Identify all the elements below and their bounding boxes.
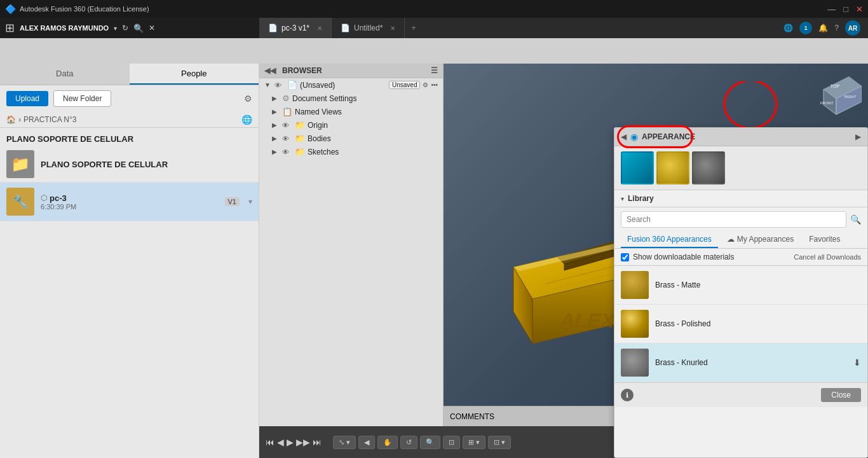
look-at-btn[interactable]: ◀: [358, 436, 375, 449]
play-last-btn[interactable]: ⏭: [313, 437, 322, 447]
home-icon[interactable]: 🏠: [6, 115, 16, 124]
browser-title: BROWSER: [282, 66, 322, 75]
close-button[interactable]: Close: [821, 388, 861, 402]
swatch-teal[interactable]: [621, 151, 654, 184]
appearance-library-tabs: Fusion 360 Appearances ☁ My Appearances …: [614, 232, 867, 249]
tab-pc3-close[interactable]: ✕: [317, 25, 322, 32]
eye-icon[interactable]: 👁: [282, 121, 292, 129]
breadcrumb-project[interactable]: PRACTICA N°3: [24, 115, 76, 124]
panel-settings-icon[interactable]: ⚙: [244, 94, 252, 104]
nav-icon-bell[interactable]: 🔔: [818, 24, 828, 32]
tree-item-named-views[interactable]: ▶ 📋 Named Views: [259, 105, 443, 118]
appearance-search-input[interactable]: [621, 211, 846, 228]
orbit-btn[interactable]: ⤡ ▾: [333, 436, 356, 449]
appearance-expand-button[interactable]: ▶: [855, 132, 861, 141]
material-item-brass-knurled[interactable]: Brass - Knurled ⬇: [614, 344, 867, 382]
tree-item-label: Bodies: [308, 134, 438, 143]
version-arrow[interactable]: ▾: [248, 197, 252, 206]
download-icon[interactable]: ⬇: [853, 357, 861, 368]
eye-icon[interactable]: 👁: [282, 135, 292, 142]
pan-btn[interactable]: ✋: [377, 436, 398, 449]
library-title: Library: [628, 194, 654, 203]
expand-icon: ▶: [272, 108, 280, 115]
maximize-button[interactable]: □: [843, 4, 848, 14]
breadcrumb-sep: ›: [18, 115, 21, 124]
library-section-header[interactable]: ▾ Library: [614, 190, 867, 207]
tab-data[interactable]: Data: [0, 64, 130, 85]
eye-icon[interactable]: 👁: [282, 148, 292, 156]
svg-text:TOP: TOP: [831, 84, 840, 88]
tree-item-label: Sketches: [308, 148, 438, 156]
playback-controls: ⏮ ◀ ▶ ▶▶ ⏭: [266, 437, 322, 447]
nav-cube[interactable]: TOP FRONT RIGHT: [811, 70, 862, 121]
brass-polished-label: Brass - Polished: [655, 319, 861, 328]
tree-item-bodies[interactable]: ▶ 👁 📁 Bodies: [259, 132, 443, 145]
my-appearances-tab[interactable]: ☁ My Appearances: [721, 232, 800, 248]
brass-knurled-thumb: [621, 349, 649, 377]
fusion-appearances-tab[interactable]: Fusion 360 Appearances: [621, 232, 718, 248]
brass-polished-thumb: [621, 310, 649, 338]
material-item-brass-matte[interactable]: Brass - Matte: [614, 266, 867, 305]
tab-add-button[interactable]: +: [405, 18, 422, 38]
minimize-button[interactable]: —: [827, 4, 836, 14]
user-avatar[interactable]: AR: [845, 20, 860, 36]
tab-pc3[interactable]: 📄 pc-3 v1* ✕: [259, 18, 332, 38]
zoom-btn[interactable]: 🔍: [420, 436, 440, 449]
tree-item-label: Document Settings: [292, 94, 438, 103]
info-button[interactable]: ℹ: [621, 389, 634, 401]
nav-icon-help[interactable]: ?: [834, 24, 839, 32]
app-icon: 🔷: [5, 4, 16, 14]
tab-untitled[interactable]: 📄 Untitled* ✕: [332, 18, 405, 38]
tree-item-origin[interactable]: ▶ 👁 📁 Origin: [259, 118, 443, 132]
refresh-button[interactable]: ↻: [122, 24, 128, 32]
grid-view-btn[interactable]: ⊞ ▾: [463, 436, 485, 449]
material-item-brass-polished[interactable]: Brass - Polished: [614, 305, 867, 344]
browser-menu-button[interactable]: ☰: [431, 66, 438, 75]
tree-item-doc-settings[interactable]: ▶ ⚙ Document Settings: [259, 92, 443, 105]
play-first-btn[interactable]: ⏮: [266, 437, 275, 447]
file-item-folder[interactable]: 📁 PLANO SOPORTE DE CELULAR: [0, 146, 259, 183]
browser-collapse-button[interactable]: ◀◀: [264, 66, 276, 75]
tree-item-menu[interactable]: •••: [431, 81, 438, 88]
left-panel: Data People Upload New Folder ⚙ 🏠 › PRAC…: [0, 64, 259, 458]
new-folder-button[interactable]: New Folder: [53, 90, 111, 107]
grid-icon[interactable]: ⊞: [5, 21, 15, 35]
upload-button[interactable]: Upload: [6, 91, 48, 106]
play-prev-btn[interactable]: ◀: [277, 437, 284, 447]
pc3-info: ⬡ pc-3 6:30:39 PM: [41, 193, 219, 211]
expand-icon: ▶: [272, 148, 280, 155]
favorites-tab[interactable]: Favorites: [803, 232, 846, 248]
search-icon[interactable]: 🔍: [850, 214, 861, 225]
nav-icon-user[interactable]: 1: [799, 22, 812, 34]
views-icon: 📋: [282, 107, 292, 116]
play-btn[interactable]: ▶: [287, 437, 294, 447]
swatch-knurled[interactable]: [692, 151, 725, 184]
nav-close-button[interactable]: ✕: [149, 24, 155, 32]
display-btn[interactable]: ⊡ ▾: [488, 436, 511, 449]
tree-item-sketches[interactable]: ▶ 👁 📁 Sketches: [259, 145, 443, 158]
username-arrow[interactable]: ▾: [114, 25, 117, 32]
pc3-name: pc-3: [50, 193, 67, 203]
swatch-brass[interactable]: [656, 151, 689, 184]
tab-untitled-close[interactable]: ✕: [390, 25, 395, 32]
orbit2-btn[interactable]: ↺: [400, 436, 417, 449]
tree-item-label: (Unsaved): [300, 81, 386, 90]
tree-item-settings[interactable]: ⚙: [423, 81, 428, 88]
file-item-pc3[interactable]: 🔧 ⬡ pc-3 6:30:39 PM V1 ▾: [0, 183, 259, 221]
play-next-btn[interactable]: ▶▶: [296, 437, 310, 447]
expand-icon: ▼: [264, 81, 272, 88]
close-button[interactable]: ✕: [856, 4, 863, 14]
appearance-collapse-button[interactable]: ◀: [621, 132, 627, 141]
search-button[interactable]: 🔍: [133, 24, 144, 33]
favorites-label: Favorites: [809, 235, 840, 244]
tab-people[interactable]: People: [130, 64, 259, 85]
visibility-toggle[interactable]: 👁: [275, 81, 285, 89]
tree-item-label: Origin: [308, 121, 438, 130]
fit-btn[interactable]: ⊡: [443, 436, 460, 449]
nav-icon-home[interactable]: 🌐: [783, 24, 793, 32]
show-downloadable-checkbox[interactable]: [621, 253, 629, 261]
cancel-downloads-link[interactable]: Cancel all Downloads: [794, 253, 861, 261]
version-badge[interactable]: V1: [225, 197, 240, 206]
file-type-icon: 📄: [287, 80, 297, 90]
tree-item-unsaved[interactable]: ▼ 👁 📄 (Unsaved) Unsaved ⚙ •••: [259, 78, 443, 92]
